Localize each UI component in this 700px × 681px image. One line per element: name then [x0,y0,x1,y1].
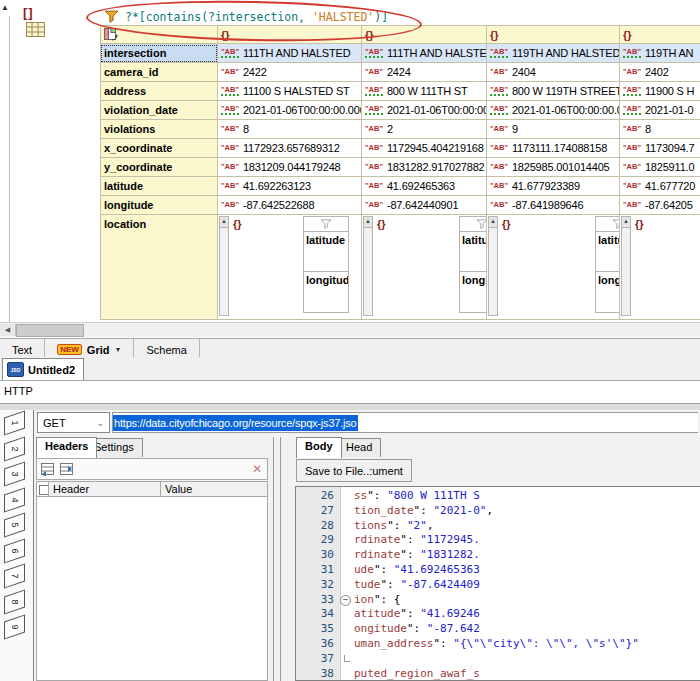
column-value[interactable]: Value [161,481,268,497]
grid-cell[interactable]: "AB"-87.642522688 [218,196,362,215]
grid-cell[interactable]: "AB"9 [487,120,620,139]
grid-cell[interactable]: "AB"2422 [218,63,362,82]
grid-column-header[interactable]: {} [620,25,700,44]
nested-field-label[interactable]: latitude [304,232,348,272]
save-to-file-button[interactable]: Save to File..:ument [296,459,412,482]
append-header-row-icon[interactable] [59,462,74,478]
grid-cell[interactable]: "AB"1173111.174088158 [487,139,620,158]
response-body-panel[interactable]: 26ss": "800 W 111TH S27tion_date": "2021… [295,486,700,681]
scroll-up-arrow-icon[interactable]: ▲ [489,217,497,228]
grid-corner-cell[interactable] [100,25,218,44]
grid-cell[interactable]: "AB"8 [218,120,362,139]
horizontal-scrollbar[interactable]: ◀ [0,322,700,337]
grid-location-cell[interactable]: ▲{}latitudelongitude [487,215,620,320]
grid-filter-row[interactable]: ?*[contains(?intersection, 'HALSTED')] [104,8,388,25]
grid-cell[interactable]: "AB"2021-01-06T00:00:00.0 [487,101,620,120]
request-tab-6[interactable]: 6 [4,538,25,563]
grid-row-label[interactable]: address [100,82,218,101]
json-grid-table[interactable]: {}{}{}{}intersection"AB"111TH AND HALSTE… [100,25,700,320]
vertical-scrollbar[interactable]: ▲ [219,216,229,316]
grid-cell[interactable]: "AB"2021-01-06T00:00:00.000 [218,101,362,120]
json-array-icon[interactable]: [] [23,5,34,20]
grid-cell[interactable]: "AB"-87.641989646 [487,196,620,215]
tab-schema[interactable]: Schema [134,339,199,358]
fold-collapse-icon[interactable]: − [340,595,351,606]
scrollbar-thumb[interactable] [16,324,84,337]
scroll-up-arrow-icon[interactable]: ▲ [622,217,630,228]
request-tab-1[interactable]: 1 [4,410,25,435]
http-method-select[interactable]: GET ⌄ [37,412,110,433]
grid-location-cell[interactable]: ▲{}latitudelongitude [362,215,487,320]
nested-filter-funnel-icon[interactable] [460,217,487,232]
grid-cell[interactable]: "AB"1172923.657689312 [218,139,362,158]
tab-text[interactable]: Text [0,339,45,358]
grid-cell[interactable]: "AB"41.677720 [620,177,700,196]
checkbox[interactable] [39,485,49,495]
request-tab-7[interactable]: 7 [4,563,25,588]
grid-row-label[interactable]: x_coordinate [100,139,218,158]
grid-cell[interactable]: "AB"119TH AND HALSTED [487,44,620,63]
grid-cell[interactable]: "AB"1831282.917027882 [362,158,487,177]
grid-cell[interactable]: "AB"119TH AN [620,44,700,63]
grid-cell[interactable]: "AB"2404 [487,63,620,82]
grid-cell[interactable]: "AB"41.692263123 [218,177,362,196]
column-header[interactable]: Header [49,481,161,497]
headers-list-area[interactable] [36,497,268,681]
scroll-left-arrow-icon[interactable]: ◀ [0,324,16,336]
vertical-scrollbar[interactable]: ▲ [488,216,498,316]
grid-cell[interactable]: "AB"41.692465363 [362,177,487,196]
table-view-icon[interactable] [26,22,45,39]
grid-cell[interactable]: "AB"11100 S HALSTED ST [218,82,362,101]
grid-row-label[interactable]: camera_id [100,63,218,82]
grid-cell[interactable]: "AB"800 W 111TH ST [362,82,487,101]
grid-cell[interactable]: "AB"1831209.044179248 [218,158,362,177]
grid-row-label[interactable]: intersection [100,44,218,63]
url-input[interactable]: https://data.cityofchicago.org/resource/… [112,412,698,433]
insert-header-row-icon[interactable] [40,462,55,478]
document-tab-untitled2[interactable]: JSO Untitled2 [2,358,84,380]
grid-row-label[interactable]: longitude [100,196,218,215]
grid-column-header[interactable]: {} [218,25,362,44]
filter-expression[interactable]: ?*[contains(?intersection, 'HALSTED')] [125,10,388,24]
grid-cell[interactable]: "AB"2021-01-0 [620,101,700,120]
request-tab-2[interactable]: 2 [4,436,25,461]
nested-field-label[interactable]: longitude [304,272,348,312]
grid-cell[interactable]: "AB"111TH AND HALSTED [362,44,487,63]
request-tab-4[interactable]: 4 [4,487,25,512]
tab-head[interactable]: Head [337,438,381,457]
tab-headers[interactable]: Headers [36,437,97,458]
request-tab-3[interactable]: 3 [4,461,25,486]
grid-cell[interactable]: "AB"2 [362,120,487,139]
chevron-down-icon[interactable]: ▼ [114,346,121,353]
nested-field-label[interactable]: latitude [460,232,487,272]
grid-cell[interactable]: "AB"-87.642440901 [362,196,487,215]
grid-row-label[interactable]: violations [100,120,218,139]
nested-object-table[interactable]: latitudelongitude [303,216,349,313]
grid-row-label[interactable]: location [100,215,218,320]
nested-filter-funnel-icon[interactable] [596,217,620,232]
grid-cell[interactable]: "AB"111TH AND HALSTED [218,44,362,63]
tab-body[interactable]: Body [296,437,342,458]
grid-column-header[interactable]: {} [487,25,620,44]
request-tab-5[interactable]: 5 [4,512,25,537]
grid-cell[interactable]: "AB"1825985.001014405 [487,158,620,177]
nested-field-label[interactable]: longitude [460,272,487,312]
grid-column-header[interactable]: {} [362,25,487,44]
nested-field-label[interactable]: latitude [596,232,620,272]
grid-location-cell[interactable]: ▲{}latitudelongitude [620,215,700,320]
request-tab-8[interactable]: 8 [4,589,25,614]
grid-cell[interactable]: "AB"1173094.7 [620,139,700,158]
grid-cell[interactable]: "AB"1825911.0 [620,158,700,177]
grid-cell[interactable]: "AB"11900 S H [620,82,700,101]
grid-cell[interactable]: "AB"800 W 119TH STREET [487,82,620,101]
grid-row-label[interactable]: violation_date [100,101,218,120]
vertical-scrollbar[interactable]: ▲ [621,216,631,316]
panel-splitter[interactable] [273,437,281,681]
header-checkbox-column[interactable] [36,481,49,497]
grid-cell[interactable]: "AB"-87.64205 [620,196,700,215]
nested-object-table[interactable]: latitudelongitude [595,216,620,313]
grid-cell[interactable]: "AB"2424 [362,63,487,82]
vertical-scrollbar[interactable]: ▲ [363,216,373,316]
collapse-triangle-icon[interactable]: ▲ [1,3,9,12]
grid-cell[interactable]: "AB"2402 [620,63,700,82]
